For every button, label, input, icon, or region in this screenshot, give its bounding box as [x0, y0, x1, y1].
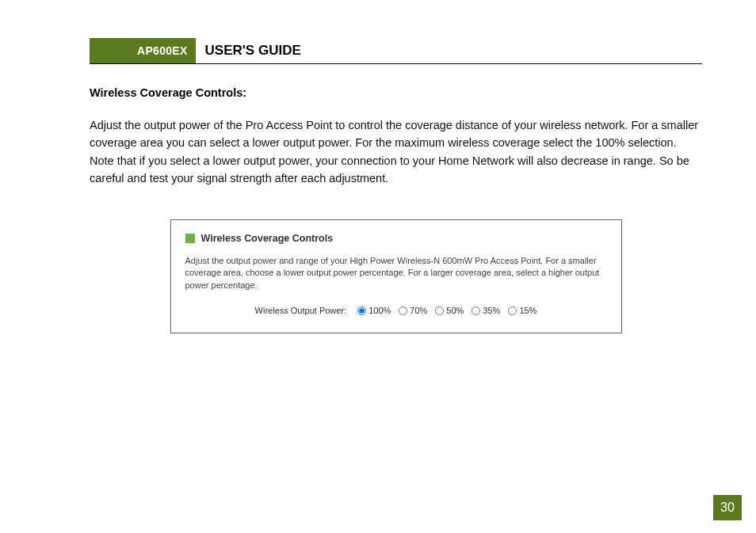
option-label: 70%	[410, 306, 427, 315]
figure-title-row: Wireless Coverage Controls	[185, 233, 607, 244]
guide-title: USER'S GUIDE	[196, 38, 311, 63]
output-power-option-100[interactable]: 100%	[357, 306, 391, 315]
section-body: Adjust the output power of the Pro Acces…	[90, 116, 702, 188]
option-label: 50%	[446, 306, 464, 315]
document-header: AP600EX USER'S GUIDE	[90, 38, 702, 64]
option-label: 15%	[519, 306, 536, 315]
output-power-label: Wireless Output Power:	[255, 306, 347, 315]
output-power-option-70[interactable]: 70%	[399, 306, 427, 315]
figure-container: Wireless Coverage Controls Adjust the ou…	[90, 219, 702, 333]
figure-title: Wireless Coverage Controls	[201, 233, 334, 244]
green-square-icon	[185, 234, 195, 243]
output-power-radio-35[interactable]	[472, 306, 480, 315]
page-number: 30	[713, 495, 742, 520]
output-power-radio-group: Wireless Output Power: 100% 70% 50%	[185, 306, 607, 315]
wireless-coverage-figure: Wireless Coverage Controls Adjust the ou…	[170, 219, 622, 333]
output-power-radio-50[interactable]	[435, 306, 444, 315]
product-badge: AP600EX	[90, 38, 196, 63]
output-power-option-35[interactable]: 35%	[472, 306, 500, 315]
section-heading: Wireless Coverage Controls:	[90, 86, 702, 99]
output-power-radio-70[interactable]	[399, 306, 407, 315]
output-power-radio-100[interactable]	[357, 306, 366, 315]
option-label: 100%	[368, 306, 391, 315]
output-power-option-15[interactable]: 15%	[508, 306, 536, 315]
content-area: Wireless Coverage Controls: Adjust the o…	[48, 64, 708, 333]
option-label: 35%	[483, 306, 500, 315]
output-power-radio-15[interactable]	[508, 306, 517, 315]
figure-description: Adjust the output power and range of you…	[185, 255, 607, 291]
output-power-option-50[interactable]: 50%	[435, 306, 464, 315]
